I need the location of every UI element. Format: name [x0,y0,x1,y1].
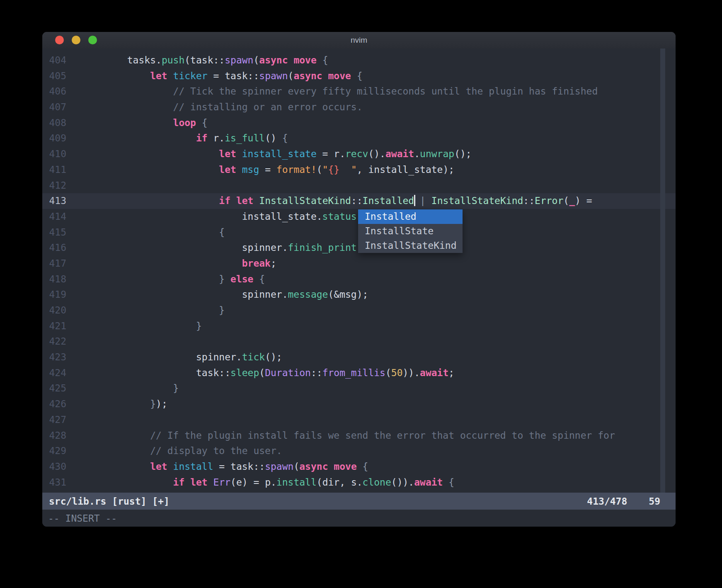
code-line[interactable]: 429 // display to the user. [42,443,676,459]
code-line[interactable]: 431 if let Err(e) = p.install(dir, s.clo… [42,475,676,491]
code-text: if let InstallStateKind::Installed | Ins… [66,193,592,209]
scrollbar-track[interactable] [660,49,665,493]
code-line[interactable]: 408 loop { [42,115,676,131]
line-number: 415 [42,225,66,241]
code-text: // installing or an error occurs. [66,100,363,115]
code-text: loop { [66,115,208,131]
code-line[interactable]: 409 if r.is_full() { [42,131,676,146]
code-text: install_state.status [66,209,357,225]
completion-item[interactable]: InstallStateKind [358,238,463,253]
code-text: if let Err(e) = p.install(dir, s.clone()… [66,475,454,491]
window-titlebar[interactable]: nvim [42,32,676,49]
code-line[interactable]: 419 spinner.message(&msg); [42,287,676,303]
line-number: 426 [42,396,66,412]
line-number: 431 [42,475,66,491]
code-line[interactable]: 417 break; [42,256,676,272]
code-text: tasks.push(task::spawn(async move { [66,53,328,68]
code-text: spinner.tick(); [66,350,282,365]
line-number: 429 [42,443,66,459]
line-number: 405 [42,68,66,84]
code-text: spinner.message(&msg); [66,287,368,303]
statusline-filename: src/lib.rs [rust] [+] [42,496,587,507]
code-line[interactable]: 426 }); [42,396,676,412]
line-number: 408 [42,115,66,131]
line-number: 424 [42,365,66,381]
line-number: 407 [42,100,66,115]
code-text: break; [66,256,276,272]
completion-popup[interactable]: InstalledInstallStateInstallStateKind [358,209,463,253]
code-line[interactable]: 406 // Tick the spinner every fifty mill… [42,84,676,100]
code-line[interactable]: 423 spinner.tick(); [42,350,676,365]
nvim-terminal-window: nvim 404 tasks.push(task::spawn(async mo… [42,32,676,527]
code-text: spinner.finish_print [66,240,357,256]
code-text [66,178,81,194]
line-number: 428 [42,428,66,444]
code-line[interactable]: 407 // installing or an error occurs. [42,100,676,115]
command-line: -- INSERT -- [42,510,676,527]
zoom-button[interactable] [88,36,97,44]
line-number: 411 [42,162,66,178]
line-number: 422 [42,334,66,350]
line-number: 404 [42,53,66,68]
line-number: 423 [42,350,66,365]
code-line[interactable]: 427 [42,412,676,428]
code-text: let msg = format!("{} ", install_state); [66,162,454,178]
code-text: let ticker = task::spawn(async move { [66,68,363,84]
close-button[interactable] [55,36,64,44]
code-line[interactable]: 425 } [42,381,676,396]
code-text: task::sleep(Duration::from_millis(50)).a… [66,365,454,381]
text-cursor [414,195,415,206]
code-line[interactable]: 430 let install = task::spawn(async move… [42,459,676,475]
line-number: 420 [42,303,66,318]
code-line-current[interactable]: 413 if let InstallStateKind::Installed |… [42,193,676,209]
mode-indicator: -- INSERT -- [42,513,117,524]
completion-item[interactable]: InstallState [358,224,463,238]
code-text: let install_state = r.recv().await.unwra… [66,146,472,162]
code-line[interactable]: 421 } [42,318,676,334]
code-line[interactable]: 412 [42,178,676,194]
line-number: 416 [42,240,66,256]
line-number: 414 [42,209,66,225]
line-number: 417 [42,256,66,272]
code-line[interactable]: 422 [42,334,676,350]
code-text [66,334,81,350]
line-number: 427 [42,412,66,428]
code-text: // display to the user. [66,443,282,459]
line-number: 421 [42,318,66,334]
code-line[interactable]: 411 let msg = format!("{} ", install_sta… [42,162,676,178]
code-line[interactable]: 420 } [42,303,676,318]
code-text: let install = task::spawn(async move { [66,459,368,475]
desktop: { "window": { "title": "nvim" }, "traffi… [0,0,722,588]
code-editor-area[interactable]: 404 tasks.push(task::spawn(async move {4… [42,49,676,493]
code-line[interactable]: 424 task::sleep(Duration::from_millis(50… [42,365,676,381]
code-text: } [66,318,202,334]
code-text: }); [66,396,167,412]
code-line[interactable]: 418 } else { [42,272,676,287]
window-title: nvim [351,36,367,45]
code-text: } [66,381,179,396]
line-number: 425 [42,381,66,396]
line-number: 409 [42,131,66,146]
line-number: 430 [42,459,66,475]
line-number: 419 [42,287,66,303]
statusline: src/lib.rs [rust] [+] 413/478 59 [42,493,676,510]
statusline-position: 413/478 [587,496,627,507]
code-text: } else { [66,272,265,287]
minimize-button[interactable] [72,36,80,44]
statusline-column: 59 [649,496,676,507]
line-number: 412 [42,178,66,194]
code-text [66,412,81,428]
line-number: 406 [42,84,66,100]
line-number: 418 [42,272,66,287]
line-number: 413 [42,193,66,209]
line-number: 410 [42,146,66,162]
code-line[interactable]: 410 let install_state = r.recv().await.u… [42,146,676,162]
code-text: { [66,225,225,241]
code-line[interactable]: 404 tasks.push(task::spawn(async move { [42,53,676,68]
code-text: if r.is_full() { [66,131,288,146]
code-line[interactable]: 428 // If the plugin install fails we se… [42,428,676,444]
code-text: // Tick the spinner every fifty millisec… [66,84,598,100]
completion-item-selected[interactable]: Installed [358,209,463,224]
code-text: // If the plugin install fails we send t… [66,428,615,444]
code-line[interactable]: 405 let ticker = task::spawn(async move … [42,68,676,84]
